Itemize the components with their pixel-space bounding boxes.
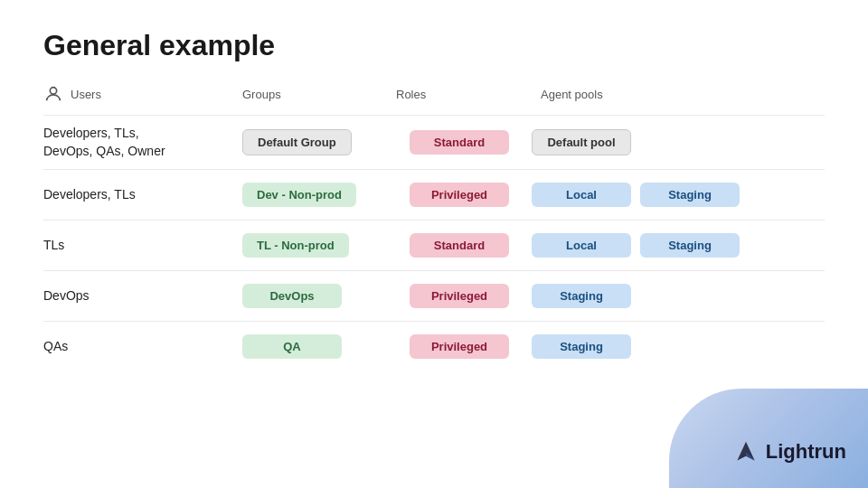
group-col: Dev - Non-prod <box>242 183 387 207</box>
table-body: Developers, TLs, DevOps, QAs, OwnerDefau… <box>43 115 825 371</box>
table-row: TLsTL - Non-prodStandardLocalStaging <box>43 220 825 270</box>
header-roles: Roles <box>387 88 532 101</box>
pool-badge: Staging <box>640 183 740 207</box>
user-label: QAs <box>43 338 242 356</box>
role-col: Privileged <box>387 334 532 359</box>
svg-marker-1 <box>737 442 754 461</box>
user-label: Developers, TLs <box>43 186 242 204</box>
user-label: TLs <box>43 237 242 255</box>
pool-badge: Default pool <box>532 129 631 155</box>
pool-badge: Staging <box>640 233 740 258</box>
table-row: DevOpsDevOpsPrivilegedStaging <box>43 270 825 321</box>
role-col: Standard <box>387 130 532 155</box>
group-badge: TL - Non-prod <box>242 233 349 258</box>
group-badge: Dev - Non-prod <box>242 183 356 207</box>
page-title: General example <box>0 0 868 84</box>
pool-badge: Staging <box>532 334 631 359</box>
group-col: Default Group <box>242 129 387 155</box>
users-icon <box>43 84 63 104</box>
group-badge: Default Group <box>242 129 352 155</box>
header-users: Users <box>43 84 242 104</box>
group-badge: QA <box>242 334 342 359</box>
group-badge: DevOps <box>242 284 342 308</box>
group-col: TL - Non-prod <box>242 233 387 258</box>
pools-col: Staging <box>532 334 803 359</box>
table-row: QAsQAPrivilegedStaging <box>43 321 825 371</box>
role-col: Privileged <box>387 183 532 207</box>
role-col: Privileged <box>387 284 532 308</box>
lightrun-logo-icon <box>731 437 760 466</box>
group-col: DevOps <box>242 284 387 308</box>
pools-col: LocalStaging <box>532 233 803 258</box>
role-badge: Privileged <box>410 334 509 359</box>
pools-col: Default pool <box>532 129 803 155</box>
pool-badge: Local <box>532 183 631 207</box>
pool-badge: Staging <box>532 284 631 308</box>
svg-point-0 <box>50 88 56 94</box>
role-badge: Standard <box>410 233 509 258</box>
pools-col: Staging <box>532 284 803 308</box>
table-header: Users Groups Roles Agent pools <box>43 84 825 104</box>
role-badge: Privileged <box>410 183 509 207</box>
table-row: Developers, TLs, DevOps, QAs, OwnerDefau… <box>43 115 825 169</box>
corner-decoration: Lightrun <box>669 389 868 488</box>
lightrun-logo: Lightrun <box>731 437 846 466</box>
table-row: Developers, TLsDev - Non-prodPrivilegedL… <box>43 169 825 220</box>
role-col: Standard <box>387 233 532 258</box>
group-col: QA <box>242 334 387 359</box>
pool-badge: Local <box>532 233 631 258</box>
pools-col: LocalStaging <box>532 183 803 207</box>
data-table: Users Groups Roles Agent pools Developer… <box>0 84 868 371</box>
user-label: Developers, TLs, DevOps, QAs, Owner <box>43 125 242 160</box>
user-label: DevOps <box>43 287 242 305</box>
role-badge: Standard <box>410 130 509 155</box>
header-groups: Groups <box>242 88 387 101</box>
header-pools: Agent pools <box>532 88 803 101</box>
role-badge: Privileged <box>410 284 509 308</box>
